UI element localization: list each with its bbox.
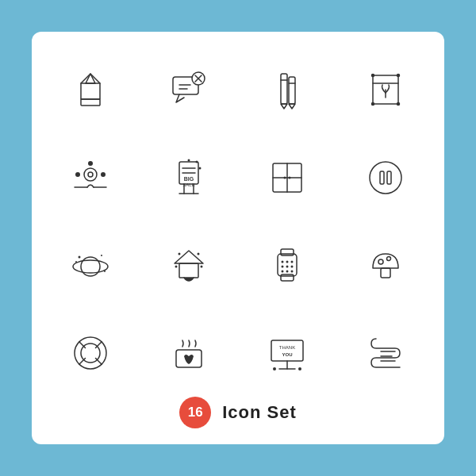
scroll-icon (357, 324, 414, 382)
svg-point-23 (84, 168, 97, 181)
svg-point-19 (397, 75, 400, 77)
svg-point-67 (282, 266, 284, 268)
svg-point-46 (370, 162, 401, 194)
house-tongue-icon (160, 236, 217, 294)
svg-marker-3 (86, 74, 95, 83)
svg-point-39 (196, 160, 198, 163)
svg-point-59 (175, 266, 178, 268)
svg-point-71 (286, 271, 289, 273)
svg-point-74 (378, 259, 383, 264)
planet-icon (62, 236, 119, 294)
svg-line-78 (79, 342, 86, 348)
icon-set-card: BIG SALE (32, 32, 444, 444)
big-sale-icon: BIG SALE (160, 149, 217, 206)
svg-text:THANK: THANK (279, 345, 295, 350)
window-icon (259, 149, 316, 206)
svg-point-53 (75, 261, 77, 263)
svg-point-70 (282, 271, 284, 273)
svg-rect-11 (289, 77, 295, 104)
svg-point-69 (291, 266, 294, 268)
svg-point-52 (101, 255, 102, 256)
svg-point-64 (282, 261, 284, 263)
svg-point-51 (79, 256, 81, 259)
icon-count-badge: 16 (179, 397, 211, 428)
svg-point-21 (397, 103, 400, 106)
svg-point-44 (284, 176, 286, 178)
svg-point-75 (387, 257, 391, 261)
footer: 16 Icon Set (179, 397, 297, 428)
svg-point-18 (372, 75, 374, 77)
svg-point-25 (75, 172, 80, 177)
svg-point-60 (201, 266, 203, 268)
bag-icon (62, 61, 119, 118)
svg-rect-73 (381, 268, 390, 278)
hot-coffee-icon (160, 324, 217, 382)
svg-rect-83 (271, 340, 303, 361)
pause-icon (357, 149, 414, 206)
svg-point-40 (199, 167, 202, 169)
svg-point-45 (289, 176, 291, 178)
svg-line-79 (96, 342, 102, 348)
svg-marker-0 (81, 74, 100, 99)
icons-grid: BIG SALE (51, 54, 425, 389)
settings-wrench-icon (62, 149, 119, 206)
svg-marker-13 (289, 104, 295, 109)
svg-point-66 (291, 261, 294, 263)
svg-marker-55 (175, 251, 203, 263)
footer-label: Icon Set (222, 402, 297, 423)
svg-point-68 (286, 266, 289, 268)
pencils-icon (259, 61, 316, 118)
thank-you-sign-icon: THANK YOU (259, 324, 316, 382)
svg-line-81 (96, 358, 102, 364)
svg-point-26 (101, 172, 106, 177)
svg-marker-12 (281, 104, 287, 109)
svg-rect-56 (179, 263, 198, 278)
chat-x-icon (160, 61, 217, 118)
svg-point-27 (88, 161, 93, 166)
mushroom-icon (357, 236, 414, 294)
svg-rect-1 (81, 99, 100, 106)
svg-point-20 (372, 103, 374, 106)
svg-rect-63 (281, 274, 294, 281)
smartwatch-icon (259, 236, 316, 294)
svg-point-24 (88, 172, 93, 177)
svg-rect-61 (278, 254, 297, 276)
svg-point-58 (198, 253, 200, 255)
svg-point-89 (298, 367, 301, 370)
svg-point-57 (178, 253, 181, 255)
svg-text:BIG: BIG (184, 176, 194, 182)
svg-point-50 (73, 260, 108, 273)
svg-point-88 (273, 367, 276, 370)
svg-line-80 (79, 358, 86, 364)
svg-text:YOU: YOU (282, 352, 292, 357)
svg-rect-10 (281, 74, 287, 104)
plant-book-icon (357, 61, 414, 118)
svg-rect-48 (387, 171, 391, 184)
svg-point-54 (104, 271, 106, 272)
svg-point-65 (286, 261, 289, 263)
svg-rect-47 (380, 171, 384, 184)
lifebuoy-icon (62, 324, 119, 382)
svg-rect-62 (281, 249, 294, 255)
svg-point-38 (188, 159, 190, 161)
svg-point-72 (291, 271, 294, 273)
